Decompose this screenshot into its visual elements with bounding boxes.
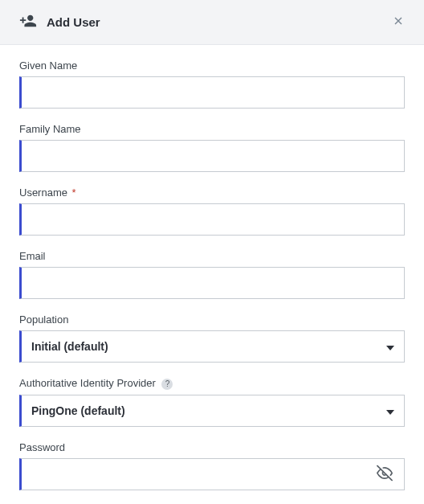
dialog-title: Add User bbox=[47, 15, 100, 29]
population-label: Population bbox=[19, 313, 405, 326]
chevron-down-icon bbox=[386, 404, 394, 418]
identity-provider-field: Authoritative Identity Provider ? PingOn… bbox=[19, 377, 405, 427]
eye-off-icon bbox=[377, 465, 393, 483]
username-input-wrap bbox=[19, 203, 405, 236]
given-name-input[interactable] bbox=[22, 77, 404, 108]
family-name-label: Family Name bbox=[19, 123, 405, 135]
family-name-input[interactable] bbox=[22, 141, 404, 171]
email-input-wrap bbox=[19, 267, 405, 299]
password-input-wrap bbox=[19, 458, 405, 490]
dialog-header: Add User bbox=[0, 0, 424, 45]
identity-provider-label-text: Authoritative Identity Provider bbox=[19, 377, 156, 389]
email-input[interactable] bbox=[22, 268, 404, 298]
chevron-down-icon bbox=[386, 339, 394, 354]
close-button[interactable] bbox=[389, 11, 408, 33]
given-name-field: Given Name bbox=[19, 59, 405, 109]
username-label-text: Username bbox=[19, 186, 67, 199]
header-left: Add User bbox=[19, 12, 100, 33]
password-label: Password bbox=[19, 441, 405, 453]
close-icon bbox=[392, 14, 405, 30]
username-input[interactable] bbox=[22, 204, 404, 235]
identity-provider-selected: PingOne (default) bbox=[22, 404, 404, 417]
family-name-field: Family Name bbox=[19, 123, 405, 172]
help-icon[interactable]: ? bbox=[161, 379, 173, 390]
identity-provider-select[interactable]: PingOne (default) bbox=[19, 395, 405, 427]
add-user-icon bbox=[19, 12, 37, 33]
username-field: Username * bbox=[19, 186, 405, 236]
given-name-label: Given Name bbox=[19, 59, 405, 72]
toggle-password-visibility-button[interactable] bbox=[373, 461, 396, 486]
given-name-input-wrap bbox=[19, 76, 405, 109]
population-select[interactable]: Initial (default) bbox=[19, 330, 405, 363]
identity-provider-label: Authoritative Identity Provider ? bbox=[19, 377, 405, 390]
population-selected: Initial (default) bbox=[22, 340, 404, 353]
password-field: Password bbox=[19, 441, 405, 490]
add-user-form: Given Name Family Name Username * Email … bbox=[0, 45, 424, 504]
email-field: Email bbox=[19, 250, 405, 299]
email-label: Email bbox=[19, 250, 405, 262]
username-label: Username * bbox=[19, 186, 405, 199]
password-input[interactable] bbox=[22, 459, 404, 490]
required-mark: * bbox=[72, 186, 76, 199]
population-field: Population Initial (default) bbox=[19, 313, 405, 363]
family-name-input-wrap bbox=[19, 140, 405, 172]
